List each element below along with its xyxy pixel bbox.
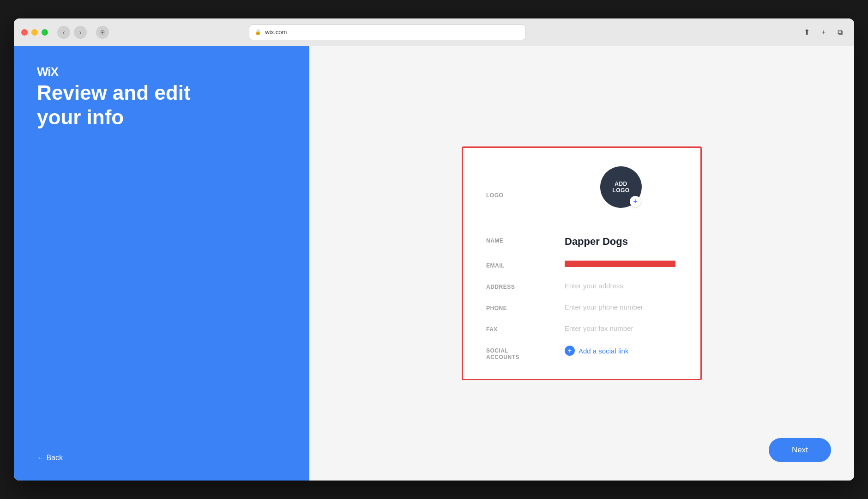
add-logo-text: ADD LOGO <box>612 181 629 194</box>
logo-container[interactable]: ADD LOGO + <box>600 166 642 208</box>
logo-section: ADD LOGO + <box>565 166 677 208</box>
social-label: SOCIAL ACCOUNTS <box>486 346 546 360</box>
browser-actions: ⬆ + ⧉ <box>801 26 847 39</box>
right-panel: LOGO ADD LOGO + <box>309 46 854 481</box>
email-row: EMAIL <box>486 261 677 269</box>
email-value <box>565 261 677 267</box>
name-value: Dapper Dogs <box>565 236 677 248</box>
email-bar[interactable] <box>565 261 675 267</box>
logo-label: LOGO <box>486 190 546 199</box>
address-placeholder[interactable]: Enter your address <box>565 282 623 290</box>
name-label: NAME <box>486 236 546 244</box>
social-value: + Add a social link <box>565 346 677 356</box>
browser-window: ‹ › ⊞ 🔒 wix.com ⬆ + ⧉ WiX Review <box>14 18 854 481</box>
maximize-button[interactable] <box>42 29 48 36</box>
forward-nav-button[interactable]: › <box>74 26 87 39</box>
svg-text:WiX: WiX <box>37 65 59 78</box>
close-button[interactable] <box>21 29 28 36</box>
back-nav-button[interactable]: ‹ <box>57 26 70 39</box>
tabs-overview-button[interactable]: ⧉ <box>834 26 847 39</box>
address-bar[interactable]: 🔒 wix.com <box>249 24 526 40</box>
fax-row: FAX Enter your fax number <box>486 324 677 333</box>
wix-logo: WiX <box>37 65 286 81</box>
tab-bar: ⊞ <box>96 26 109 39</box>
tab-icon: ⊞ <box>96 26 109 39</box>
fax-value: Enter your fax number <box>565 324 677 333</box>
next-button[interactable]: Next <box>769 438 831 462</box>
address-label: ADDRESS <box>486 282 546 290</box>
phone-value: Enter your phone number <box>565 303 677 311</box>
url-text: wix.com <box>265 29 287 36</box>
social-row: SOCIAL ACCOUNTS + Add a social link <box>486 346 677 360</box>
business-name: Dapper Dogs <box>565 236 628 247</box>
page-heading: Review and edit your info <box>37 81 191 130</box>
browser-chrome: ‹ › ⊞ 🔒 wix.com ⬆ + ⧉ <box>14 18 854 46</box>
add-social-link[interactable]: + Add a social link <box>565 346 677 356</box>
phone-placeholder[interactable]: Enter your phone number <box>565 303 643 311</box>
address-row: ADDRESS Enter your address <box>486 282 677 290</box>
logo-plus-icon: + <box>630 196 641 207</box>
browser-nav: ‹ › <box>57 26 87 39</box>
traffic-lights <box>21 29 48 36</box>
minimize-button[interactable] <box>31 29 38 36</box>
email-label: EMAIL <box>486 261 546 269</box>
phone-row: PHONE Enter your phone number <box>486 303 677 311</box>
add-tab-button[interactable]: + <box>817 26 830 39</box>
fax-label: FAX <box>486 324 546 333</box>
left-panel: WiX Review and edit your info ← Back <box>14 46 309 481</box>
address-value: Enter your address <box>565 282 677 290</box>
phone-label: PHONE <box>486 303 546 311</box>
browser-content: WiX Review and edit your info ← Back LOG… <box>14 46 854 481</box>
logo-row: LOGO ADD LOGO + <box>486 166 677 223</box>
add-social-text: Add a social link <box>579 347 628 355</box>
social-plus-icon: + <box>565 346 575 356</box>
lock-icon: 🔒 <box>255 29 261 35</box>
back-button[interactable]: ← Back <box>37 454 286 462</box>
form-card: LOGO ADD LOGO + <box>462 146 702 380</box>
fax-placeholder[interactable]: Enter your fax number <box>565 324 633 332</box>
share-button[interactable]: ⬆ <box>801 26 814 39</box>
name-row: NAME Dapper Dogs <box>486 236 677 248</box>
